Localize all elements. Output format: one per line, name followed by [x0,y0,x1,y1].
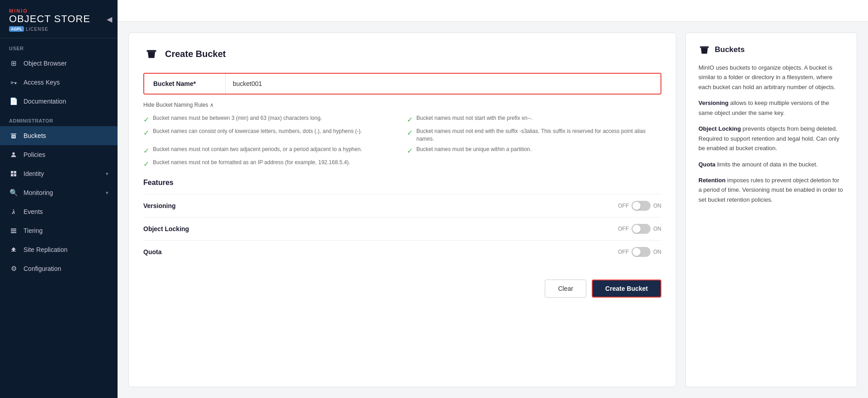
buckets-icon [9,131,18,140]
button-row: Clear Create Bucket [143,272,661,298]
svg-rect-2 [14,171,16,173]
info-panel-title: Buckets [715,45,745,54]
quota-toggle[interactable] [632,247,651,257]
info-bucket-icon [698,44,710,56]
rule-item: ✓ Bucket names must be unique within a p… [407,146,661,156]
quota-feature-row: Quota OFF ON [143,240,661,263]
collapse-sidebar-button[interactable]: ◀ [107,15,112,24]
sidebar-item-site-replication[interactable]: Site Replication [0,240,118,259]
sidebar-item-buckets[interactable]: Buckets [0,126,118,145]
sidebar-item-documentation[interactable]: 📄 Documentation [0,92,118,111]
rule-check-icon: ✓ [143,159,149,169]
access-keys-icon: 🗝 [9,78,18,87]
events-icon: λ [9,207,18,216]
versioning-toggle[interactable] [632,201,651,211]
versioning-on-label: ON [653,203,661,209]
create-bucket-button[interactable]: Create Bucket [592,280,661,298]
versioning-toggle-group: OFF ON [618,201,661,211]
sidebar-item-access-keys[interactable]: 🗝 Access Keys [0,73,118,92]
versioning-label: Versioning [143,202,618,209]
sidebar-item-label: Configuration [24,265,61,272]
quota-toggle-group: OFF ON [618,247,661,257]
card-title-row: Create Bucket [143,46,661,62]
configuration-icon: ⚙ [9,264,18,273]
bucket-name-field-row: Bucket Name* [143,73,661,95]
sidebar-item-label: Monitoring [24,189,53,196]
rule-check-icon: ✓ [143,128,149,138]
info-panel: Buckets MinIO uses buckets to organize o… [685,33,857,387]
svg-rect-6 [11,231,16,232]
versioning-off-label: OFF [618,203,629,209]
rule-check-icon: ✓ [143,146,149,156]
object-locking-toggle-group: OFF ON [618,224,661,234]
license-badge: AGPL LICENSE [9,26,108,32]
sidebar-item-label: Object Browser [24,60,67,67]
sidebar-item-object-browser[interactable]: ⊞ Object Browser [0,54,118,73]
svg-rect-8 [147,50,156,52]
page-title: Create Bucket [165,49,226,59]
object-locking-off-label: OFF [618,226,629,232]
sidebar: MINIO OBJECT STORE AGPL LICENSE ◀ User ⊞… [0,0,118,398]
info-paragraph-4: Quota limits the amount of data in the b… [698,160,844,169]
rule-item: ✓ Bucket names must not be formatted as … [143,159,398,169]
rule-check-icon: ✓ [407,128,413,138]
info-paragraph-5: Retention imposes rules to prevent objec… [698,175,844,204]
sidebar-item-identity[interactable]: Identity ▾ [0,164,118,183]
naming-rules-grid: ✓ Bucket names must be between 3 (min) a… [143,114,661,170]
sidebar-item-configuration[interactable]: ⚙ Configuration [0,259,118,278]
sidebar-item-label: Access Keys [24,79,60,86]
svg-rect-7 [11,232,16,233]
store-logo-text: OBJECT STORE [9,14,108,24]
bucket-name-input[interactable] [226,74,660,94]
svg-rect-5 [11,229,16,230]
sidebar-item-monitoring[interactable]: 🔍 Monitoring ▾ [0,183,118,202]
info-paragraph-3: Object Locking prevents objects from bei… [698,124,844,153]
clear-button[interactable]: Clear [545,280,586,298]
agpl-icon: AGPL [9,26,24,32]
site-replication-icon [9,245,18,254]
user-section-label: User [0,38,118,54]
main-area: Create Bucket Bucket Name* Hide Bucket N… [118,0,868,398]
rule-item: ✓ Bucket names must be between 3 (min) a… [143,114,398,125]
info-paragraph-2: Versioning allows to keep multiple versi… [698,98,844,118]
identity-icon [9,169,18,178]
rule-item: ✓ Bucket names can consist only of lower… [143,128,398,143]
svg-rect-3 [11,174,13,176]
monitoring-chevron-icon: ▾ [106,190,108,196]
rule-item: ✓ Bucket names must not contain two adja… [143,146,398,156]
create-bucket-icon [143,46,160,62]
monitoring-icon: 🔍 [9,188,18,197]
svg-rect-4 [14,174,16,176]
documentation-icon: 📄 [9,97,18,106]
license-text: LICENSE [26,27,48,32]
chevron-up-icon: ∧ [210,102,214,108]
quota-off-label: OFF [618,249,629,255]
create-bucket-card: Create Bucket Bucket Name* Hide Bucket N… [128,33,676,387]
top-bar [118,0,868,22]
sidebar-item-label: Documentation [24,98,66,105]
sidebar-item-policies[interactable]: Policies [0,145,118,164]
sidebar-item-label: Events [24,208,43,215]
identity-chevron-icon: ▾ [106,171,108,177]
hide-rules-toggle[interactable]: Hide Bucket Naming Rules ∧ [143,102,661,108]
quota-label: Quota [143,248,618,256]
logo-area: MINIO OBJECT STORE AGPL LICENSE ◀ [0,0,118,38]
rule-item: ✓ Bucket names must not end with the suf… [407,128,661,143]
features-title: Features [143,179,661,187]
svg-rect-1 [11,171,13,173]
sidebar-item-label: Site Replication [24,246,67,253]
sidebar-item-events[interactable]: λ Events [0,202,118,221]
sidebar-item-tiering[interactable]: Tiering [0,221,118,240]
sidebar-item-label: Buckets [24,132,46,139]
sidebar-item-label: Policies [24,151,45,158]
rule-check-icon: ✓ [143,115,149,125]
sidebar-item-label: Identity [24,170,44,177]
object-locking-toggle[interactable] [632,224,651,234]
sidebar-item-label: Tiering [24,227,42,234]
object-locking-on-label: ON [653,226,661,232]
info-title-row: Buckets [698,44,844,56]
svg-point-0 [12,152,14,155]
rule-check-icon: ✓ [407,146,413,156]
svg-rect-9 [700,46,709,47]
content-area: Create Bucket Bucket Name* Hide Bucket N… [118,22,868,398]
